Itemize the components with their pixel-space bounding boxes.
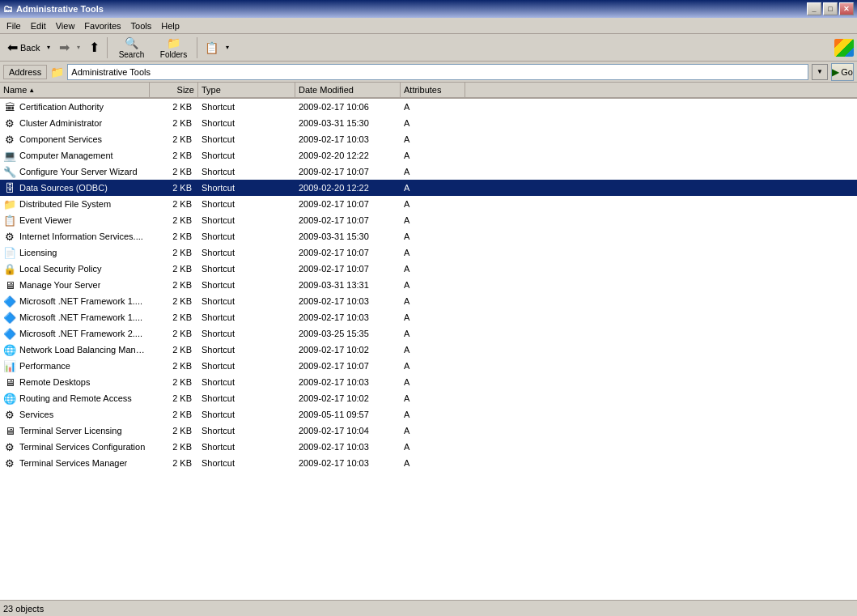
file-size-cell: 2 KB: [150, 457, 198, 469]
file-name-text: Network Load Balancing Mana....: [19, 345, 146, 355]
file-icon: 💻: [3, 149, 16, 162]
views-button[interactable]: 📋: [201, 36, 223, 59]
file-type-cell: Shortcut: [198, 215, 295, 226]
file-type-cell: Shortcut: [198, 263, 295, 274]
status-bar: 23 objects: [0, 600, 857, 616]
go-button[interactable]: ▶ Go: [831, 63, 854, 81]
table-row[interactable]: 📋Event Viewer2 KBShortcut2009-02-17 10:0…: [0, 212, 857, 228]
address-dropdown[interactable]: ▼: [812, 64, 828, 80]
table-row[interactable]: 📊Performance2 KBShortcut2009-02-17 10:07…: [0, 358, 857, 374]
table-row[interactable]: 🔧Configure Your Server Wizard2 KBShortcu…: [0, 164, 857, 180]
table-row[interactable]: 🔷Microsoft .NET Framework 2....2 KBShort…: [0, 325, 857, 342]
file-attr-cell: A: [401, 295, 465, 307]
file-attr-cell: A: [401, 263, 465, 274]
back-button[interactable]: ⬅ Back: [3, 36, 44, 59]
file-name-cell: 🔷Microsoft .NET Framework 1....: [0, 310, 150, 325]
up-button[interactable]: ⬆: [85, 36, 104, 59]
table-row[interactable]: ⚙Component Services2 KBShortcut2009-02-1…: [0, 131, 857, 147]
file-name-text: Terminal Services Manager: [19, 458, 127, 468]
table-row[interactable]: 🗄Data Sources (ODBC)2 KBShortcut2009-02-…: [0, 180, 857, 196]
title-bar: 🗂 Administrative Tools _ □ ✕: [0, 0, 857, 18]
address-input[interactable]: Administrative Tools: [67, 64, 808, 80]
file-date-cell: 2009-03-31 15:30: [295, 117, 401, 129]
file-date-cell: 2009-02-17 10:06: [295, 101, 401, 113]
views-button-group[interactable]: 📋 ▾: [201, 36, 232, 60]
file-size-cell: 2 KB: [150, 215, 198, 226]
file-type-cell: Shortcut: [198, 101, 295, 113]
file-date-cell: 2009-02-17 10:03: [295, 441, 401, 452]
file-size-cell: 2 KB: [150, 134, 198, 145]
col-header-size[interactable]: Size: [150, 83, 198, 97]
minimize-button[interactable]: _: [807, 2, 821, 15]
table-row[interactable]: 🔷Microsoft .NET Framework 1....2 KBShort…: [0, 309, 857, 325]
file-icon: 🌐: [3, 392, 16, 405]
file-date-cell: 2009-02-17 10:03: [295, 376, 401, 388]
windows-logo-area: [834, 39, 854, 57]
table-row[interactable]: 🔷Microsoft .NET Framework 1....2 KBShort…: [0, 293, 857, 309]
file-size-cell: 2 KB: [150, 150, 198, 161]
search-button[interactable]: 🔍 Search: [111, 36, 151, 60]
table-row[interactable]: 🖥Manage Your Server2 KBShortcut2009-03-3…: [0, 277, 857, 293]
file-attr-cell: A: [401, 425, 465, 436]
file-date-cell: 2009-02-17 10:04: [295, 425, 401, 436]
folders-button[interactable]: 📁 Folders: [153, 36, 193, 60]
file-icon: ⚙: [3, 408, 16, 421]
col-header-date[interactable]: Date Modified: [295, 83, 401, 97]
forward-button[interactable]: ➡: [55, 36, 74, 59]
file-name-text: Internet Information Services....: [19, 232, 143, 241]
file-name-cell: 💻Computer Management: [0, 148, 150, 163]
file-name-text: Data Sources (ODBC): [19, 183, 108, 193]
address-dropdown-icon: ▼: [817, 68, 823, 75]
table-row[interactable]: 🔒Local Security Policy2 KBShortcut2009-0…: [0, 261, 857, 277]
file-type-cell: Shortcut: [198, 344, 295, 355]
menu-item-favorites[interactable]: Favorites: [79, 19, 125, 32]
col-header-name[interactable]: Name ▲: [0, 83, 150, 97]
menu-item-file[interactable]: File: [2, 19, 26, 32]
menu-item-help[interactable]: Help: [156, 19, 185, 32]
file-date-cell: 2009-02-17 10:02: [295, 344, 401, 355]
menu-bar: FileEditViewFavoritesToolsHelp: [0, 18, 857, 34]
maximize-button[interactable]: □: [823, 2, 838, 15]
table-row[interactable]: ⚙Services2 KBShortcut2009-05-11 09:57A: [0, 406, 857, 423]
file-name-text: Microsoft .NET Framework 2....: [19, 329, 142, 338]
file-name-cell: ⚙Component Services: [0, 132, 150, 147]
table-row[interactable]: ⚙Terminal Services Manager2 KBShortcut20…: [0, 455, 857, 471]
back-dropdown[interactable]: ▾: [44, 36, 53, 59]
col-header-type[interactable]: Type: [198, 83, 295, 97]
file-type-cell: Shortcut: [198, 182, 295, 193]
back-button-group[interactable]: ⬅ Back ▾: [3, 36, 53, 60]
menu-item-view[interactable]: View: [51, 19, 80, 32]
file-type-cell: Shortcut: [198, 376, 295, 388]
table-row[interactable]: 🖥Terminal Server Licensing2 KBShortcut20…: [0, 423, 857, 439]
forward-dropdown[interactable]: ▾: [74, 36, 83, 59]
col-type-label: Type: [202, 85, 221, 95]
table-row[interactable]: 🌐Network Load Balancing Mana....2 KBShor…: [0, 342, 857, 358]
table-row[interactable]: ⚙Terminal Services Configuration2 KBShor…: [0, 439, 857, 455]
file-date-cell: 2009-02-20 12:22: [295, 150, 401, 161]
file-icon: ⚙: [3, 440, 16, 453]
table-row[interactable]: 🌐Routing and Remote Access2 KBShortcut20…: [0, 390, 857, 406]
file-name-cell: 📄Licensing: [0, 245, 150, 260]
table-row[interactable]: 📄Licensing2 KBShortcut2009-02-17 10:07A: [0, 244, 857, 261]
file-type-cell: Shortcut: [198, 231, 295, 242]
menu-item-tools[interactable]: Tools: [126, 19, 157, 32]
table-row[interactable]: 💻Computer Management2 KBShortcut2009-02-…: [0, 147, 857, 164]
col-header-attr[interactable]: Attributes: [401, 83, 465, 97]
file-attr-cell: A: [401, 117, 465, 129]
file-size-cell: 2 KB: [150, 247, 198, 258]
table-row[interactable]: ⚙Internet Information Services....2 KBSh…: [0, 228, 857, 244]
table-row[interactable]: 📁Distributed File System2 KBShortcut2009…: [0, 196, 857, 212]
table-row[interactable]: 🏛Certification Authority2 KBShortcut2009…: [0, 99, 857, 115]
forward-button-group[interactable]: ➡ ▾: [55, 36, 83, 60]
views-dropdown[interactable]: ▾: [223, 36, 232, 59]
address-label[interactable]: Address: [3, 65, 47, 79]
table-row[interactable]: 🖥Remote Desktops2 KBShortcut2009-02-17 1…: [0, 374, 857, 390]
file-size-cell: 2 KB: [150, 231, 198, 242]
menu-item-edit[interactable]: Edit: [26, 19, 51, 32]
file-date-cell: 2009-05-11 09:57: [295, 409, 401, 420]
windows-logo: [834, 39, 854, 57]
file-date-cell: 2009-03-31 13:31: [295, 279, 401, 291]
file-size-cell: 2 KB: [150, 344, 198, 355]
close-button[interactable]: ✕: [839, 2, 854, 15]
table-row[interactable]: ⚙Cluster Administrator2 KBShortcut2009-0…: [0, 115, 857, 131]
